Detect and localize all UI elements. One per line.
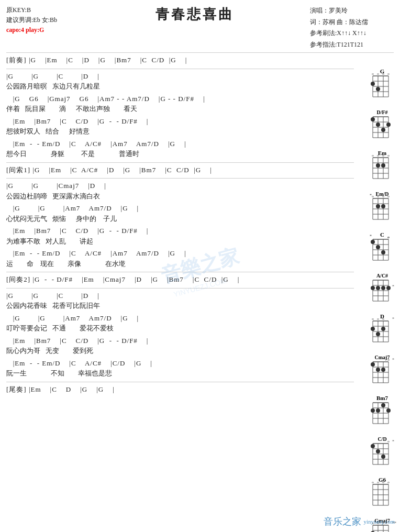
interlude1-section: [间索1] |G |Em |C A/C# |D |G |Bm7 |C C/D |… (6, 165, 354, 175)
svg-point-91 (381, 286, 385, 290)
svg-point-13 (371, 82, 375, 86)
svg-point-26 (371, 117, 375, 121)
verse2-lyric-4: 运 命 现在 亲像 在水墘 (6, 259, 354, 269)
verse1-section: |G |G |C |D | 公园路月暗暝 东边只有几粒星 |G G6 |Gmaj… (6, 71, 354, 159)
key-info: 原KEY:B (6, 5, 80, 15)
chord-diagram-area: G o o o (368, 68, 397, 532)
svg-text:o: o (372, 317, 374, 321)
suggest-info: 建议男调:Eb 女:Bb (6, 15, 80, 25)
header-divider (6, 52, 394, 53)
lyricist-info: 词：苏桐 曲：陈达儒 (310, 17, 394, 28)
verse3-chord-3: |Em |Bm7 |C C/D |G - - D/F# | (6, 336, 354, 346)
svg-text:o: o (387, 153, 390, 158)
verse1-lyric-3: 想彼时双人 结合 好情意 (6, 126, 354, 137)
outro-section: [尾奏] |Em |C D |G |G | (6, 384, 354, 395)
svg-point-136 (371, 408, 375, 413)
svg-text:o: o (377, 72, 379, 76)
verse3-lyric-2: 叮咛哥要会记 不通 爱花不爱枝 (6, 323, 354, 334)
capo-info: capo:4 play:G (6, 25, 80, 35)
svg-text:o: o (387, 235, 390, 239)
meta-right: 演唱：罗美玲 词：苏桐 曲：陈达儒 参考刷法:X↑↑↓ X↑↑↓ 参考指法:T1… (310, 5, 394, 50)
svg-text:o: o (382, 153, 384, 158)
verse2-chord-3: |Em |Bm7 |C C/D |G - - D/F# | (6, 226, 354, 236)
svg-text:o: o (377, 480, 379, 484)
svg-text:o: o (372, 194, 374, 198)
svg-point-45 (381, 163, 385, 168)
divider-6 (6, 382, 354, 382)
svg-text:o: o (387, 72, 390, 76)
verse2-chord-4: |Em - - Em/D |C A/C# |Am7 Am7/D |G | (6, 248, 354, 259)
svg-text:o: o (382, 317, 384, 321)
interlude2-chords: [间奏2] |G - - D/F# |Em |Cmaj7 |D |G |Bm7 … (6, 274, 354, 285)
svg-point-122 (371, 362, 375, 367)
verse1-chord-2: |G G6 |Gmaj7 G6 |Am7 - - Am7/D |G - - D/… (6, 94, 354, 104)
svg-point-108 (376, 332, 380, 336)
svg-point-75 (371, 240, 375, 244)
svg-point-124 (381, 368, 385, 372)
svg-text:o: o (382, 194, 384, 198)
svg-text:C: C (380, 231, 384, 238)
verse2-lyric-1: 公园边杜鹃啼 更深露水滴白衣 (6, 191, 354, 202)
divider-1 (6, 69, 354, 69)
header: 原KEY:B 建议男调:Eb 女:Bb capo:4 play:G 青春悲喜曲 … (6, 5, 394, 50)
svg-point-44 (376, 163, 380, 168)
chord-c: C o * o (368, 231, 397, 264)
verse1-chord-3: |Em |Bm7 |C C/D |G - - D/F# | (6, 116, 354, 127)
verse1-lyric-1: 公园路月暗暝 东边只有几粒星 (6, 81, 354, 92)
svg-text:o: o (377, 317, 379, 321)
svg-text:*: * (370, 193, 372, 198)
verse3-chord-2: |G |G |Am7 Am7/D |G | (6, 313, 354, 324)
chord-g: G o o o (368, 68, 397, 101)
interlude1-chords: [间索1] |G |Em |C A/C# |D |G |Bm7 |C C/D |… (6, 165, 354, 175)
svg-point-107 (371, 327, 375, 331)
verse2-section: |G |G |Cmaj7 |D | 公园边杜鹃啼 更深露水滴白衣 |G |G |… (6, 181, 354, 269)
svg-text:o: o (382, 72, 384, 76)
verse1-chord-4: |Em - - Em/D |C A/C# |Am7 Am7/D |G | (6, 139, 354, 149)
svg-text:*: * (392, 284, 394, 289)
strum-info: 参考刷法:X↑↑↓ X↑↑↓ (310, 28, 394, 39)
main-content: [前奏] |G |Em |C |D |G |Bm7 |C C/D |G | |G… (6, 55, 354, 394)
verse3-chord-1: |G |G |C |D | (6, 291, 354, 301)
singer-info: 演唱：罗美玲 (310, 5, 394, 17)
bottom-logo-area: 音乐之家 yinyuezj.com (324, 515, 395, 528)
svg-point-137 (376, 408, 380, 413)
svg-text:*: * (392, 358, 394, 362)
chord-em: Em o o o o (368, 150, 397, 182)
svg-text:o: o (372, 72, 374, 76)
verse1-chord-1: |G |G |C |D | (6, 71, 354, 82)
svg-text:o: o (387, 358, 390, 362)
prelude-section: [前奏] |G |Em |C |D |G |Bm7 |C C/D |G | (6, 55, 354, 65)
chord-cmaj7: Cmaj7 o * (368, 354, 397, 386)
chord-d: D o o o * (368, 313, 397, 346)
svg-text:A/C#: A/C# (376, 273, 388, 279)
svg-point-109 (381, 327, 385, 331)
svg-text:o: o (377, 194, 379, 198)
divider-3 (6, 178, 354, 179)
prelude-chords: [前奏] |G |Em |C |D |G |Bm7 |C C/D |G | (6, 55, 354, 65)
svg-point-14 (376, 87, 380, 91)
chord-cd: C/D o * (368, 436, 397, 468)
svg-point-76 (376, 245, 380, 249)
verse3-lyric-1: 公园内花香味 花香可比阮旧年 (6, 301, 354, 311)
verse3-chord-4: |Em - - Em/D |C A/C# |C/D |G | (6, 358, 354, 369)
svg-point-28 (381, 128, 385, 132)
svg-point-27 (376, 123, 380, 127)
svg-text:o: o (387, 194, 390, 198)
verse3-lyric-4: 阮一生 不知 幸福也是悲 (6, 368, 354, 379)
outro-chords: [尾奏] |Em |C D |G |G | (6, 384, 354, 395)
chord-bm7: Bm7 (368, 395, 397, 427)
chord-df#: D/F# (368, 109, 397, 141)
verse3-section: |G |G |C |D | 公园内花香味 花香可比阮旧年 |G |G |Am7 … (6, 291, 354, 379)
verse2-lyric-2: 心忧闷无元气 烦恼 身中的 子儿 (6, 214, 354, 224)
svg-point-92 (386, 286, 391, 290)
finger-info: 参考指法:T121T121 (310, 39, 394, 51)
verse2-chord-1: |G |G |Cmaj7 |D | (6, 181, 354, 191)
bottom-logo-text: 音乐之家 (324, 515, 361, 528)
svg-point-138 (381, 403, 385, 407)
svg-point-90 (376, 286, 380, 290)
divider-4 (6, 272, 354, 272)
svg-point-60 (376, 204, 380, 208)
svg-text:o: o (387, 439, 390, 444)
verse1-lyric-2: 伴着 阮目屎 滴 不敢出声独 看天 (6, 104, 354, 114)
divider-2 (6, 162, 354, 163)
